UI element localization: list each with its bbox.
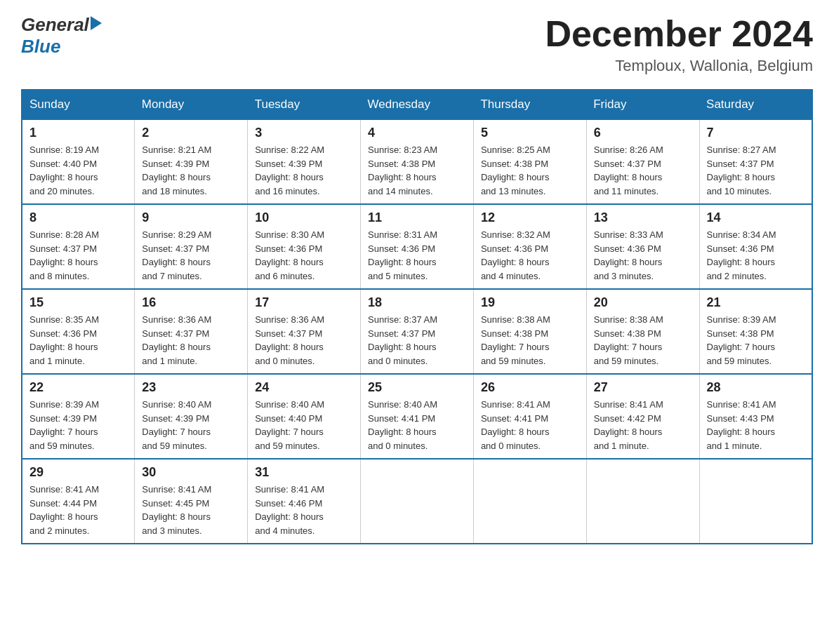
- calendar-day-cell: 3Sunrise: 8:22 AMSunset: 4:39 PMDaylight…: [248, 119, 361, 204]
- day-number: 4: [368, 126, 466, 140]
- calendar-day-cell: 25Sunrise: 8:40 AMSunset: 4:41 PMDayligh…: [361, 374, 474, 459]
- calendar-day-cell: 23Sunrise: 8:40 AMSunset: 4:39 PMDayligh…: [135, 374, 248, 459]
- logo-arrow-icon: [91, 16, 102, 30]
- logo-blue-text: Blue: [21, 36, 60, 57]
- day-info: Sunrise: 8:35 AMSunset: 4:36 PMDaylight:…: [29, 313, 127, 368]
- day-number: 18: [368, 295, 466, 310]
- calendar-day-cell: 7Sunrise: 8:27 AMSunset: 4:37 PMDaylight…: [699, 119, 812, 204]
- day-info: Sunrise: 8:41 AMSunset: 4:44 PMDaylight:…: [29, 483, 127, 537]
- day-number: 3: [255, 126, 353, 140]
- day-info: Sunrise: 8:28 AMSunset: 4:37 PMDaylight:…: [29, 228, 127, 283]
- day-info: Sunrise: 8:21 AMSunset: 4:39 PMDaylight:…: [142, 143, 240, 198]
- day-number: 27: [594, 380, 692, 395]
- calendar-day-cell: 22Sunrise: 8:39 AMSunset: 4:39 PMDayligh…: [22, 374, 135, 459]
- day-info: Sunrise: 8:40 AMSunset: 4:40 PMDaylight:…: [255, 398, 353, 452]
- calendar-day-cell: 8Sunrise: 8:28 AMSunset: 4:37 PMDaylight…: [22, 204, 135, 289]
- calendar-week-row: 22Sunrise: 8:39 AMSunset: 4:39 PMDayligh…: [22, 374, 812, 459]
- day-info: Sunrise: 8:38 AMSunset: 4:38 PMDaylight:…: [594, 313, 692, 368]
- calendar-day-cell: [699, 459, 812, 544]
- calendar-day-cell: 31Sunrise: 8:41 AMSunset: 4:46 PMDayligh…: [248, 459, 361, 544]
- day-info: Sunrise: 8:22 AMSunset: 4:39 PMDaylight:…: [255, 143, 353, 198]
- day-number: 10: [255, 210, 353, 225]
- calendar-day-cell: [586, 459, 699, 544]
- day-number: 25: [368, 380, 466, 395]
- day-info: Sunrise: 8:36 AMSunset: 4:37 PMDaylight:…: [255, 313, 353, 368]
- day-number: 11: [368, 210, 466, 225]
- day-number: 12: [481, 210, 579, 225]
- day-number: 6: [594, 126, 692, 140]
- day-number: 13: [594, 210, 692, 225]
- location-subtitle: Temploux, Wallonia, Belgium: [545, 57, 813, 75]
- day-number: 17: [255, 295, 353, 310]
- calendar-header-tuesday: Tuesday: [248, 90, 361, 119]
- calendar-week-row: 29Sunrise: 8:41 AMSunset: 4:44 PMDayligh…: [22, 459, 812, 544]
- calendar-day-cell: 19Sunrise: 8:38 AMSunset: 4:38 PMDayligh…: [473, 289, 586, 374]
- calendar-day-cell: 26Sunrise: 8:41 AMSunset: 4:41 PMDayligh…: [473, 374, 586, 459]
- calendar-day-cell: 14Sunrise: 8:34 AMSunset: 4:36 PMDayligh…: [699, 204, 812, 289]
- calendar-day-cell: 20Sunrise: 8:38 AMSunset: 4:38 PMDayligh…: [586, 289, 699, 374]
- calendar-week-row: 1Sunrise: 8:19 AMSunset: 4:40 PMDaylight…: [22, 119, 812, 204]
- calendar-day-cell: 6Sunrise: 8:26 AMSunset: 4:37 PMDaylight…: [586, 119, 699, 204]
- day-number: 26: [481, 380, 579, 395]
- calendar-day-cell: 17Sunrise: 8:36 AMSunset: 4:37 PMDayligh…: [248, 289, 361, 374]
- calendar-day-cell: 21Sunrise: 8:39 AMSunset: 4:38 PMDayligh…: [699, 289, 812, 374]
- day-info: Sunrise: 8:25 AMSunset: 4:38 PMDaylight:…: [481, 143, 579, 198]
- day-number: 14: [707, 210, 805, 225]
- day-number: 5: [481, 126, 579, 140]
- page-header: General Blue December 2024 Temploux, Wal…: [21, 14, 813, 75]
- calendar-table: SundayMondayTuesdayWednesdayThursdayFrid…: [21, 89, 813, 544]
- day-info: Sunrise: 8:23 AMSunset: 4:38 PMDaylight:…: [368, 143, 466, 198]
- day-number: 28: [707, 380, 805, 395]
- day-info: Sunrise: 8:37 AMSunset: 4:37 PMDaylight:…: [368, 313, 466, 368]
- day-number: 30: [142, 465, 240, 480]
- day-number: 7: [707, 126, 805, 140]
- day-number: 8: [29, 210, 127, 225]
- day-info: Sunrise: 8:27 AMSunset: 4:37 PMDaylight:…: [707, 143, 805, 198]
- calendar-header-wednesday: Wednesday: [361, 90, 474, 119]
- day-number: 21: [707, 295, 805, 310]
- day-number: 31: [255, 465, 353, 480]
- day-info: Sunrise: 8:34 AMSunset: 4:36 PMDaylight:…: [707, 228, 805, 283]
- calendar-day-cell: [473, 459, 586, 544]
- calendar-header-friday: Friday: [586, 90, 699, 119]
- day-info: Sunrise: 8:38 AMSunset: 4:38 PMDaylight:…: [481, 313, 579, 368]
- title-section: December 2024 Temploux, Wallonia, Belgiu…: [545, 14, 813, 75]
- day-info: Sunrise: 8:36 AMSunset: 4:37 PMDaylight:…: [142, 313, 240, 368]
- day-info: Sunrise: 8:39 AMSunset: 4:38 PMDaylight:…: [707, 313, 805, 368]
- logo: General Blue: [21, 14, 102, 58]
- calendar-day-cell: 16Sunrise: 8:36 AMSunset: 4:37 PMDayligh…: [135, 289, 248, 374]
- day-number: 19: [481, 295, 579, 310]
- calendar-week-row: 15Sunrise: 8:35 AMSunset: 4:36 PMDayligh…: [22, 289, 812, 374]
- day-number: 2: [142, 126, 240, 140]
- logo-general-text: General: [21, 14, 89, 36]
- day-number: 23: [142, 380, 240, 395]
- day-number: 24: [255, 380, 353, 395]
- calendar-day-cell: 27Sunrise: 8:41 AMSunset: 4:42 PMDayligh…: [586, 374, 699, 459]
- calendar-day-cell: 5Sunrise: 8:25 AMSunset: 4:38 PMDaylight…: [473, 119, 586, 204]
- day-info: Sunrise: 8:29 AMSunset: 4:37 PMDaylight:…: [142, 228, 240, 283]
- calendar-week-row: 8Sunrise: 8:28 AMSunset: 4:37 PMDaylight…: [22, 204, 812, 289]
- calendar-day-cell: 18Sunrise: 8:37 AMSunset: 4:37 PMDayligh…: [361, 289, 474, 374]
- day-number: 9: [142, 210, 240, 225]
- calendar-day-cell: 24Sunrise: 8:40 AMSunset: 4:40 PMDayligh…: [248, 374, 361, 459]
- calendar-day-cell: 29Sunrise: 8:41 AMSunset: 4:44 PMDayligh…: [22, 459, 135, 544]
- day-number: 29: [29, 465, 127, 480]
- day-info: Sunrise: 8:41 AMSunset: 4:42 PMDaylight:…: [594, 398, 692, 452]
- day-info: Sunrise: 8:31 AMSunset: 4:36 PMDaylight:…: [368, 228, 466, 283]
- calendar-day-cell: 10Sunrise: 8:30 AMSunset: 4:36 PMDayligh…: [248, 204, 361, 289]
- calendar-day-cell: 28Sunrise: 8:41 AMSunset: 4:43 PMDayligh…: [699, 374, 812, 459]
- day-info: Sunrise: 8:32 AMSunset: 4:36 PMDaylight:…: [481, 228, 579, 283]
- calendar-header-monday: Monday: [135, 90, 248, 119]
- calendar-day-cell: 30Sunrise: 8:41 AMSunset: 4:45 PMDayligh…: [135, 459, 248, 544]
- day-info: Sunrise: 8:39 AMSunset: 4:39 PMDaylight:…: [29, 398, 127, 452]
- calendar-day-cell: 13Sunrise: 8:33 AMSunset: 4:36 PMDayligh…: [586, 204, 699, 289]
- calendar-day-cell: 11Sunrise: 8:31 AMSunset: 4:36 PMDayligh…: [361, 204, 474, 289]
- calendar-day-cell: 4Sunrise: 8:23 AMSunset: 4:38 PMDaylight…: [361, 119, 474, 204]
- calendar-day-cell: 1Sunrise: 8:19 AMSunset: 4:40 PMDaylight…: [22, 119, 135, 204]
- day-number: 15: [29, 295, 127, 310]
- day-info: Sunrise: 8:40 AMSunset: 4:41 PMDaylight:…: [368, 398, 466, 452]
- day-info: Sunrise: 8:41 AMSunset: 4:41 PMDaylight:…: [481, 398, 579, 452]
- day-info: Sunrise: 8:19 AMSunset: 4:40 PMDaylight:…: [29, 143, 127, 198]
- day-info: Sunrise: 8:41 AMSunset: 4:46 PMDaylight:…: [255, 483, 353, 537]
- day-info: Sunrise: 8:30 AMSunset: 4:36 PMDaylight:…: [255, 228, 353, 283]
